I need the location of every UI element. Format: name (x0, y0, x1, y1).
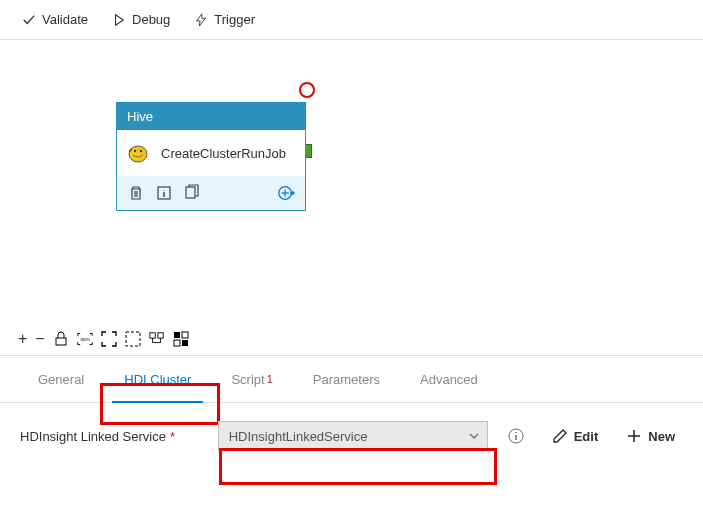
tab-hdi-cluster[interactable]: HDI Cluster (104, 356, 211, 402)
svg-rect-13 (150, 333, 155, 338)
new-label: New (648, 429, 675, 444)
copy-icon[interactable] (183, 184, 201, 202)
edit-button[interactable]: Edit (544, 424, 607, 448)
layout-icon[interactable] (173, 331, 189, 347)
activity-actions (117, 176, 305, 210)
zoom-fit-icon[interactable] (101, 331, 117, 347)
chevron-down-icon (469, 431, 479, 441)
hive-icon (127, 142, 151, 164)
delete-icon[interactable] (127, 184, 145, 202)
svg-point-2 (140, 150, 142, 152)
check-icon (22, 13, 36, 27)
validate-label: Validate (42, 12, 88, 27)
svg-rect-17 (174, 340, 180, 346)
activity-name: CreateClusterRunJob (161, 146, 286, 161)
validation-error-indicator (299, 82, 315, 98)
tab-general[interactable]: General (18, 356, 104, 402)
lock-icon[interactable] (53, 331, 69, 347)
svg-rect-14 (158, 333, 163, 338)
info-icon[interactable] (155, 184, 173, 202)
required-asterisk: * (170, 429, 175, 444)
zoom-100-icon[interactable]: 100% (77, 331, 93, 347)
trigger-icon (194, 13, 208, 27)
linked-service-row: HDInsight Linked Service* HDInsightLinke… (0, 403, 703, 469)
debug-label: Debug (132, 12, 170, 27)
svg-rect-15 (174, 332, 180, 338)
properties-tabs: General HDI Cluster Script1 Parameters A… (0, 355, 703, 403)
top-toolbar: Validate Debug Trigger (0, 0, 703, 40)
canvas-zoom-controls: + − 100% (18, 331, 189, 347)
trigger-button[interactable]: Trigger (184, 8, 265, 31)
info-circle-icon (508, 428, 524, 444)
tab-advanced[interactable]: Advanced (400, 356, 498, 402)
svg-point-0 (129, 146, 147, 162)
hive-activity-node[interactable]: Hive CreateClusterRunJob (116, 102, 306, 211)
info-button[interactable] (500, 424, 532, 448)
fullscreen-icon[interactable] (125, 331, 141, 347)
svg-rect-6 (186, 187, 195, 198)
pipeline-canvas[interactable]: Hive CreateClusterRunJob + − 100% (0, 40, 703, 355)
align-icon[interactable] (149, 331, 165, 347)
plus-icon (626, 428, 642, 444)
tab-script[interactable]: Script1 (211, 356, 292, 402)
svg-rect-18 (182, 340, 188, 346)
svg-point-1 (134, 150, 136, 152)
svg-text:100%: 100% (80, 337, 91, 342)
linked-service-dropdown[interactable]: HDInsightLinkedService (218, 421, 488, 451)
dropdown-value: HDInsightLinkedService (229, 429, 368, 444)
linked-service-label: HDInsight Linked Service* (20, 429, 206, 444)
svg-rect-10 (56, 338, 66, 345)
edit-label: Edit (574, 429, 599, 444)
script-badge: 1 (267, 373, 273, 385)
validate-button[interactable]: Validate (12, 8, 98, 31)
play-outline-icon (112, 13, 126, 27)
zoom-out-button[interactable]: − (35, 331, 44, 347)
activity-type-header: Hive (117, 103, 305, 130)
new-button[interactable]: New (618, 424, 683, 448)
pencil-icon (552, 428, 568, 444)
trigger-label: Trigger (214, 12, 255, 27)
zoom-in-button[interactable]: + (18, 331, 27, 347)
svg-rect-16 (182, 332, 188, 338)
activity-body: CreateClusterRunJob (117, 130, 305, 176)
tab-parameters[interactable]: Parameters (293, 356, 400, 402)
debug-button[interactable]: Debug (102, 8, 180, 31)
svg-rect-12 (126, 332, 140, 346)
add-output-icon[interactable] (277, 184, 295, 202)
